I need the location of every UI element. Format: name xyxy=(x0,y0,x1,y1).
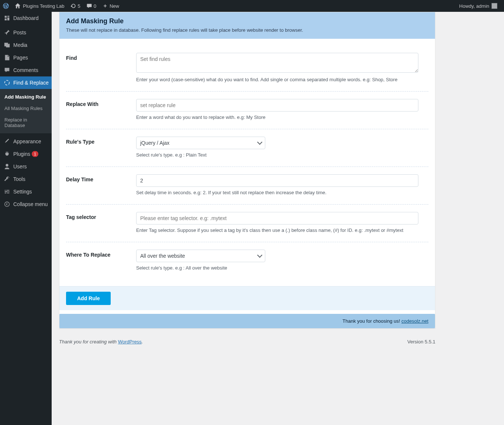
sidebar-item-label: Add Masking Rule xyxy=(4,94,46,100)
svg-point-0 xyxy=(5,80,10,85)
panel-header: Add Masking Rule These will not replace … xyxy=(59,12,435,39)
sidebar-item-plugins[interactable]: Plugins 1 xyxy=(0,148,52,160)
hint-find: Enter your word (case-sensitive) what do… xyxy=(136,77,428,82)
wp-footer: Thank you for creating with WordPress. V… xyxy=(59,329,435,348)
tag-input[interactable] xyxy=(136,212,418,225)
sidebar-item-label: Appearance xyxy=(13,138,41,144)
update-icon xyxy=(70,3,76,9)
hint-delay: Set delay time in seconds. e.g: 2. If yo… xyxy=(136,190,428,195)
row-delay: Delay Time Set delay time in seconds. e.… xyxy=(66,167,428,205)
type-select[interactable]: jQuery / Ajax xyxy=(136,137,265,149)
comment-icon xyxy=(4,67,10,73)
plug-icon xyxy=(4,151,10,157)
label-replace: Replace With xyxy=(66,99,136,120)
pin-icon xyxy=(4,29,10,36)
wp-footer-left: Thank you for creating with WordPress. xyxy=(59,339,143,345)
sidebar-sub-replace-database[interactable]: Replace in Database xyxy=(0,114,52,131)
sidebar-item-posts[interactable]: Posts xyxy=(0,26,52,39)
hint-type: Select rule's type. e.g : Plain Text xyxy=(136,152,428,158)
sidebar-item-tools[interactable]: Tools xyxy=(0,173,52,185)
sidebar-sub-all-masking-rules[interactable]: All Masking Rules xyxy=(0,103,52,114)
sidebar-item-dashboard[interactable]: Dashboard xyxy=(0,12,52,24)
sidebar-item-label: Find & Replace xyxy=(13,80,49,86)
wp-footer-text: Thank you for creating with xyxy=(59,339,118,345)
label-type: Rule's Type xyxy=(66,137,136,158)
updates-count: 5 xyxy=(78,3,80,9)
new-content-link[interactable]: New xyxy=(99,0,122,12)
hint-where: Select rule's type. e.g : All over the w… xyxy=(136,265,428,271)
row-where: Where To Replace All over the website Se… xyxy=(66,242,428,280)
sidebar-sub-add-masking-rule[interactable]: Add Masking Rule xyxy=(0,91,52,103)
sidebar-item-collapse[interactable]: Collapse menu xyxy=(0,198,52,210)
comments-link[interactable]: 0 xyxy=(83,0,99,12)
sidebar-item-label: Plugins xyxy=(13,151,30,157)
sliders-icon xyxy=(4,188,10,195)
comment-icon xyxy=(86,3,92,9)
media-icon xyxy=(4,42,10,48)
site-name-link[interactable]: Plugins Testing Lab xyxy=(12,0,68,12)
sidebar-item-pages[interactable]: Pages xyxy=(0,51,52,64)
collapse-icon xyxy=(4,201,10,208)
label-tag: Tag selector xyxy=(66,212,136,233)
home-icon xyxy=(15,3,21,9)
user-icon xyxy=(4,163,10,170)
find-input[interactable] xyxy=(136,53,418,73)
sidebar-item-label: Comments xyxy=(13,67,38,73)
wp-version: Version 5.5.1 xyxy=(407,339,435,345)
sidebar-item-settings[interactable]: Settings xyxy=(0,185,52,198)
label-delay: Delay Time xyxy=(66,174,136,195)
sidebar-item-label: Tools xyxy=(13,176,25,182)
form-panel: Add Masking Rule These will not replace … xyxy=(59,12,435,329)
sidebar-item-media[interactable]: Media xyxy=(0,39,52,51)
pages-icon xyxy=(4,54,10,61)
dashboard-icon xyxy=(4,15,10,21)
where-select[interactable]: All over the website xyxy=(136,250,265,262)
sidebar-submenu: Add Masking Rule All Masking Rules Repla… xyxy=(0,89,52,133)
wp-logo[interactable] xyxy=(0,0,12,12)
sidebar-item-label: Pages xyxy=(13,55,28,61)
hint-replace: Enter a word what do you want to replace… xyxy=(136,114,428,120)
sidebar-item-label: Replace in Database xyxy=(4,117,49,128)
adminmenu: Dashboard Posts Media Pages Comments Fin… xyxy=(0,12,52,373)
sidebar-item-find-replace[interactable]: Find & Replace xyxy=(0,76,52,89)
plus-icon xyxy=(102,3,108,9)
find-replace-icon xyxy=(4,79,10,86)
brush-icon xyxy=(4,138,10,145)
sidebar-item-label: Media xyxy=(13,42,27,48)
plugin-footer-bar: Thank you for choosing us! codesolz.net xyxy=(59,314,435,328)
new-label: New xyxy=(110,3,119,9)
sidebar-item-label: All Masking Rules xyxy=(4,106,42,111)
footer-thankyou-text: Thank you for choosing us! xyxy=(342,318,401,324)
page-subtitle: These will not replace in database. Foll… xyxy=(66,27,428,33)
sidebar-item-label: Posts xyxy=(13,30,26,35)
sidebar-item-label: Collapse menu xyxy=(13,201,48,207)
replace-input[interactable] xyxy=(136,99,418,112)
row-type: Rule's Type jQuery / Ajax Select rule's … xyxy=(66,129,428,167)
page-wrap: Add Masking Rule These will not replace … xyxy=(52,0,443,348)
svg-point-1 xyxy=(5,202,10,207)
wp-footer-period: . xyxy=(142,339,143,345)
label-where: Where To Replace xyxy=(66,250,136,271)
sidebar-item-users[interactable]: Users xyxy=(0,160,52,173)
comments-count: 0 xyxy=(94,3,96,9)
sidebar-item-label: Settings xyxy=(13,189,32,195)
updates-link[interactable]: 5 xyxy=(68,0,83,12)
form-body: Find Enter your word (case-sensitive) wh… xyxy=(59,39,435,286)
label-find: Find xyxy=(66,53,136,82)
page-title: Add Masking Rule xyxy=(66,17,428,25)
sidebar-item-label: Users xyxy=(13,164,27,169)
delay-input[interactable] xyxy=(136,174,418,187)
wordpress-link[interactable]: WordPress xyxy=(118,339,142,345)
sidebar-item-comments[interactable]: Comments xyxy=(0,64,52,76)
add-rule-button[interactable]: Add Rule xyxy=(66,292,111,305)
submit-bar: Add Rule xyxy=(59,286,435,310)
adminbar: Plugins Testing Lab 5 0 New Howdy, admin xyxy=(0,0,443,12)
plugins-update-badge: 1 xyxy=(32,151,38,157)
wrench-icon xyxy=(4,176,10,182)
sidebar-item-label: Dashboard xyxy=(13,15,39,21)
row-find: Find Enter your word (case-sensitive) wh… xyxy=(66,45,428,92)
sidebar-item-appearance[interactable]: Appearance xyxy=(0,135,52,148)
hint-tag: Enter Tag selector. Suppose if you selec… xyxy=(136,227,428,233)
codesolz-link[interactable]: codesolz.net xyxy=(401,318,428,324)
site-name-text: Plugins Testing Lab xyxy=(23,3,65,9)
